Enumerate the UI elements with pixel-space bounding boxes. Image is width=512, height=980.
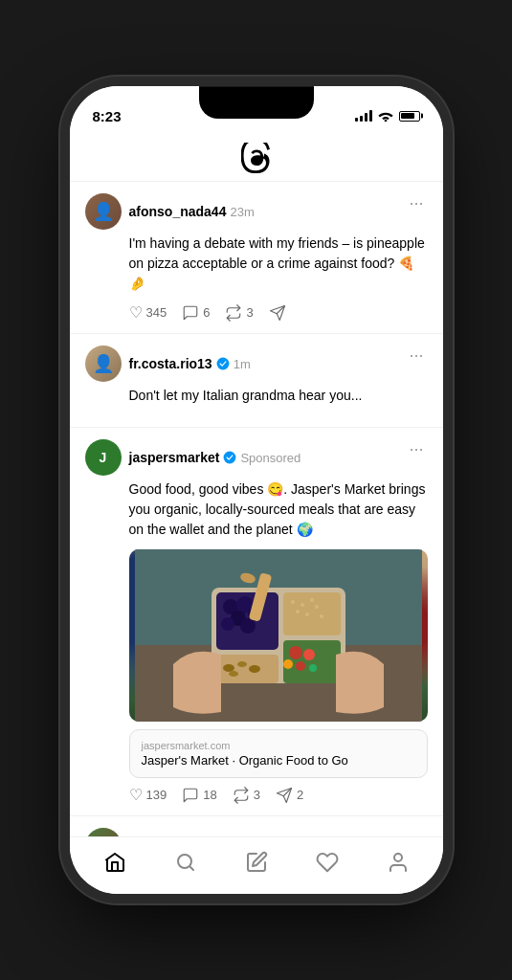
more-options-button[interactable]: ··· (405, 439, 427, 459)
repost-count: 3 (254, 788, 260, 802)
more-options-button[interactable]: ··· (405, 193, 427, 213)
comment-button[interactable]: 18 (182, 787, 216, 804)
post-item: J jaspersmarket Sponsored ··· (70, 428, 443, 816)
svg-point-15 (291, 600, 295, 604)
post-body: Good food, good vibes 😋. Jasper's Market… (85, 479, 428, 804)
send-button[interactable] (269, 304, 286, 322)
phone-frame: 8:23 (70, 86, 443, 894)
username: fr.costa.rio13 (129, 356, 212, 371)
sponsored-label: Sponsored (240, 451, 301, 465)
repost-count: 3 (246, 305, 253, 320)
svg-point-30 (237, 661, 247, 667)
post-header: 👤 jiho100x 1h ··· (85, 828, 428, 836)
send-icon (276, 787, 293, 804)
svg-point-35 (178, 855, 191, 868)
svg-point-2 (224, 452, 236, 464)
svg-point-0 (384, 120, 387, 122)
like-button[interactable]: ♡ 139 (129, 786, 167, 804)
post-body: Don't let my Italian grandma hear you... (85, 386, 428, 406)
threads-header (70, 134, 443, 182)
home-icon (103, 851, 126, 874)
svg-point-36 (394, 854, 402, 861)
link-title: Jasper's Market · Organic Food to Go (142, 753, 415, 768)
comment-count: 18 (203, 788, 216, 802)
post-user: 👤 afonso_nada44 23m (85, 193, 255, 230)
nav-home[interactable] (91, 843, 139, 881)
avatar: J (85, 439, 122, 476)
post-header: 👤 fr.costa.rio13 1m ··· (85, 345, 428, 382)
search-icon (174, 851, 197, 874)
avatar: 👤 (85, 193, 122, 230)
post-user: 👤 jiho100x 1h (85, 828, 201, 836)
link-domain: jaspersmarket.com (142, 740, 415, 751)
nav-search[interactable] (162, 843, 210, 881)
post-item: 👤 afonso_nada44 23m ··· I'm having a deb… (70, 182, 443, 334)
svg-point-1 (216, 358, 229, 370)
like-count: 345 (146, 305, 167, 320)
time-ago: 1m (234, 357, 251, 371)
avatar: 👤 (85, 345, 122, 382)
post-image[interactable] (129, 549, 428, 722)
svg-point-19 (305, 612, 309, 616)
svg-point-18 (296, 610, 300, 613)
svg-point-24 (303, 649, 315, 660)
comment-count: 6 (203, 305, 210, 320)
repost-button[interactable]: 3 (225, 304, 253, 322)
svg-point-21 (320, 614, 323, 618)
post-item: 👤 jiho100x 1h ··· Best summer memory = h… (70, 816, 443, 836)
status-icons (355, 110, 420, 122)
post-user: J jaspersmarket Sponsored (85, 439, 301, 476)
profile-icon (387, 851, 410, 874)
send-count: 2 (297, 788, 303, 802)
svg-point-29 (223, 664, 234, 672)
food-image-svg (129, 549, 428, 722)
post-item: 👤 fr.costa.rio13 1m ··· (70, 334, 443, 428)
svg-point-12 (221, 617, 234, 631)
post-body: I'm having a debate with my friends – is… (85, 234, 428, 322)
wifi-icon (378, 110, 393, 122)
post-text: Good food, good vibes 😋. Jasper's Market… (129, 479, 428, 540)
post-text: I'm having a debate with my friends – is… (129, 234, 428, 294)
username: afonso_nada44 (129, 204, 227, 219)
verified-icon (216, 357, 230, 370)
post-actions: ♡ 345 6 (129, 303, 428, 322)
bottom-nav (70, 836, 443, 894)
heart-icon: ♡ (129, 303, 143, 322)
threads-logo (241, 143, 272, 173)
comment-icon (182, 787, 199, 804)
more-options-button[interactable]: ··· (405, 828, 427, 836)
repost-button[interactable]: 3 (233, 787, 260, 804)
time-ago: 23m (230, 205, 254, 219)
heart-icon (316, 851, 339, 874)
nav-profile[interactable] (374, 843, 422, 881)
svg-point-25 (296, 661, 305, 671)
post-header: J jaspersmarket Sponsored ··· (85, 439, 428, 476)
post-actions: ♡ 139 18 (129, 786, 428, 804)
signal-bars-icon (355, 110, 372, 122)
svg-point-16 (301, 603, 304, 607)
send-icon (269, 304, 286, 322)
more-options-button[interactable]: ··· (405, 345, 427, 366)
svg-point-31 (249, 665, 260, 673)
send-button[interactable]: 2 (276, 787, 303, 804)
repost-icon (225, 304, 242, 322)
avatar: 👤 (85, 828, 122, 836)
svg-point-17 (310, 598, 314, 602)
post-header: 👤 afonso_nada44 23m ··· (85, 193, 428, 230)
heart-icon: ♡ (129, 786, 143, 804)
comment-button[interactable]: 6 (182, 304, 210, 322)
notch (199, 86, 314, 119)
status-time: 8:23 (93, 108, 122, 124)
feed: 👤 afonso_nada44 23m ··· I'm having a deb… (70, 182, 443, 836)
username: jaspersmarket (129, 450, 220, 465)
svg-point-23 (289, 646, 302, 659)
nav-activity[interactable] (303, 843, 351, 881)
comment-icon (182, 304, 199, 322)
svg-point-27 (283, 659, 293, 669)
nav-compose[interactable] (233, 843, 280, 881)
repost-icon (233, 787, 250, 804)
like-button[interactable]: ♡ 345 (129, 303, 167, 322)
link-preview[interactable]: jaspersmarket.com Jasper's Market · Orga… (129, 729, 428, 778)
compose-icon (245, 851, 268, 874)
post-text: Don't let my Italian grandma hear you... (129, 386, 428, 406)
